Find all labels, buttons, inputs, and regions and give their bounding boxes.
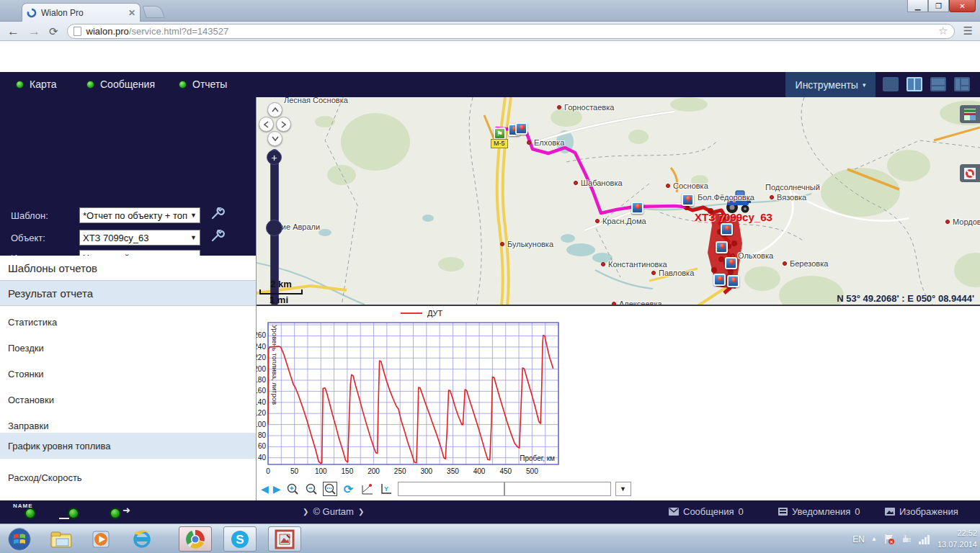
- tab-close-icon[interactable]: ✕: [128, 8, 135, 18]
- taskbar-explorer-button[interactable]: [45, 526, 78, 552]
- layout-split-mixed-icon[interactable]: [954, 77, 970, 91]
- svg-text:Уровень топлива, литров: Уровень топлива, литров: [271, 325, 279, 405]
- report-nav-item[interactable]: Поездки: [0, 335, 256, 361]
- map-marker[interactable]: [631, 202, 643, 214]
- template-select[interactable]: *Отчет по объекту + топ▼: [79, 207, 200, 223]
- tab-title: Wialon Pro: [41, 8, 124, 18]
- report-nav-item[interactable]: Результат отчета: [0, 281, 256, 306]
- chart-zoom-in-icon[interactable]: [285, 482, 300, 496]
- map-town-label: Красн.Дома: [602, 217, 646, 225]
- window-close-button[interactable]: ✕: [949, 0, 976, 12]
- browser-titlebar: Wialon Pro ✕ ▁ ❐ ✕: [0, 0, 980, 22]
- report-nav-item[interactable]: Остановки: [0, 387, 256, 413]
- forward-button[interactable]: →: [28, 25, 40, 37]
- image-icon: [885, 508, 895, 516]
- object-wrench-icon[interactable]: [210, 230, 225, 243]
- back-button[interactable]: ←: [7, 25, 19, 37]
- pan-down-button[interactable]: [267, 131, 282, 146]
- svg-text:Y: Y: [384, 485, 388, 493]
- notifications-status[interactable]: Уведомления0: [778, 506, 860, 517]
- map-traffic-button[interactable]: [960, 164, 980, 182]
- messages-status[interactable]: Сообщения0: [669, 506, 744, 517]
- report-nav-item[interactable]: График уровня топлива: [0, 433, 256, 459]
- map-town-label: Мордовска: [953, 217, 980, 226]
- taskbar-ie-button[interactable]: [125, 526, 159, 552]
- map-marker[interactable]: [515, 122, 527, 135]
- start-button[interactable]: [3, 526, 36, 552]
- chart-zoom-out-icon[interactable]: [304, 482, 318, 496]
- chart-zoom-select-icon[interactable]: [323, 482, 337, 496]
- svg-text:500: 500: [526, 467, 538, 475]
- template-wrench-icon[interactable]: [210, 207, 225, 220]
- report-nav-item[interactable]: Шаблоны отчетов: [0, 256, 256, 281]
- taskbar-media-player-button[interactable]: [85, 526, 118, 552]
- action-center-flag-icon[interactable]: ✕: [883, 534, 895, 544]
- marker-pin-icon: [729, 259, 734, 264]
- images-status[interactable]: Изображения: [885, 506, 958, 517]
- nav-tab-map[interactable]: Карта: [16, 78, 56, 90]
- chart-next-icon[interactable]: ▶: [273, 483, 281, 495]
- svg-text:140: 140: [257, 398, 266, 406]
- map-marker[interactable]: [727, 275, 739, 287]
- layout-split-horizontal-icon[interactable]: [930, 77, 946, 91]
- report-nav-item[interactable]: Расход/Скорость: [0, 464, 256, 490]
- report-nav-item[interactable]: Статистика: [0, 309, 256, 335]
- taskbar-image-editor-button[interactable]: [268, 526, 301, 552]
- map-area[interactable]: Лесная СосновкаГорностаевкаЕлховкаШабано…: [257, 97, 980, 306]
- url-path: /service.html?d=143527: [129, 26, 228, 37]
- chart-y-axis-icon[interactable]: Y: [379, 482, 393, 496]
- tray-time: 22:52: [937, 528, 977, 539]
- chart-prev-icon[interactable]: ◀: [261, 483, 269, 495]
- zoom-in-button[interactable]: +: [267, 150, 282, 165]
- tray-clock[interactable]: 22:52 13.07.2014: [937, 528, 977, 550]
- window-minimize-button[interactable]: ▁: [907, 0, 928, 12]
- pan-right-button[interactable]: [276, 117, 291, 132]
- new-tab-button[interactable]: [142, 6, 165, 18]
- chart-trace-icon[interactable]: [360, 482, 375, 496]
- map-layers-button[interactable]: [960, 105, 980, 123]
- map-coordinates: N 53° 49.2068' : E 050° 08.9444': [837, 293, 974, 304]
- map-marker[interactable]: [682, 194, 694, 206]
- browser-tab[interactable]: Wialon Pro ✕: [22, 3, 141, 22]
- screen: Wialon Pro ✕ ▁ ❐ ✕ ← → ⟳ wialon.pro/serv…: [0, 0, 980, 553]
- copyright[interactable]: ❯ © Gurtam ❯: [303, 506, 364, 517]
- window-restore-button[interactable]: ❐: [928, 0, 949, 12]
- report-form-panel: Шаблон: *Отчет по объекту + топ▼ Объект:…: [0, 97, 257, 256]
- map-town-label: Вязовка: [777, 193, 806, 202]
- nav-tab-reports[interactable]: Отчеты: [179, 78, 227, 90]
- pan-left-button[interactable]: [259, 117, 274, 132]
- signal-strength-icon[interactable]: [919, 534, 931, 544]
- status-bar: NAME ➜ ❯ © Gurtam ❯ Сообщения0 Уведомлен…: [0, 500, 980, 523]
- tray-language[interactable]: EN: [852, 534, 865, 544]
- map-marker[interactable]: [721, 223, 733, 235]
- taskbar-skype-button[interactable]: S: [223, 526, 257, 552]
- map-marker[interactable]: [725, 257, 737, 269]
- svg-text:S: S: [236, 533, 244, 547]
- svg-text:180: 180: [257, 376, 266, 384]
- layout-single-icon[interactable]: [883, 77, 899, 91]
- zoom-slider-handle[interactable]: [266, 220, 282, 236]
- object-select[interactable]: ХТЗ 7099су_63▼: [79, 230, 200, 246]
- chart-filter-input[interactable]: [504, 482, 611, 496]
- chart-dropdown-button[interactable]: ▼: [615, 482, 631, 496]
- taskbar-chrome-button[interactable]: [179, 526, 212, 552]
- map-town-label: Константиновка: [608, 260, 667, 269]
- layout-split-vertical-icon[interactable]: [906, 77, 922, 91]
- network-plug-icon[interactable]: [901, 534, 912, 544]
- map-town-label: кие Аврали: [278, 222, 320, 231]
- chart-search-input[interactable]: [398, 482, 504, 496]
- report-nav-item[interactable]: Стоянки: [0, 361, 256, 387]
- tray-show-hidden-icon[interactable]: ▲: [871, 536, 877, 542]
- town-dot-icon: [770, 195, 774, 199]
- route-start-marker[interactable]: ⚑: [494, 127, 506, 140]
- reload-button[interactable]: ⟳: [49, 26, 58, 37]
- bookmark-star-icon[interactable]: ☆: [938, 24, 948, 37]
- chart-refresh-icon[interactable]: ⟳: [342, 482, 356, 496]
- tools-menu[interactable]: Инструменты▾: [785, 72, 876, 97]
- pan-up-button[interactable]: [267, 102, 282, 117]
- address-bar[interactable]: wialon.pro/service.html?d=143527 ☆: [67, 24, 955, 39]
- nav-tab-messages[interactable]: Сообщения: [86, 78, 155, 90]
- chrome-menu-icon[interactable]: ☰: [963, 24, 973, 37]
- map-marker[interactable]: [713, 274, 726, 286]
- map-marker[interactable]: [716, 241, 728, 253]
